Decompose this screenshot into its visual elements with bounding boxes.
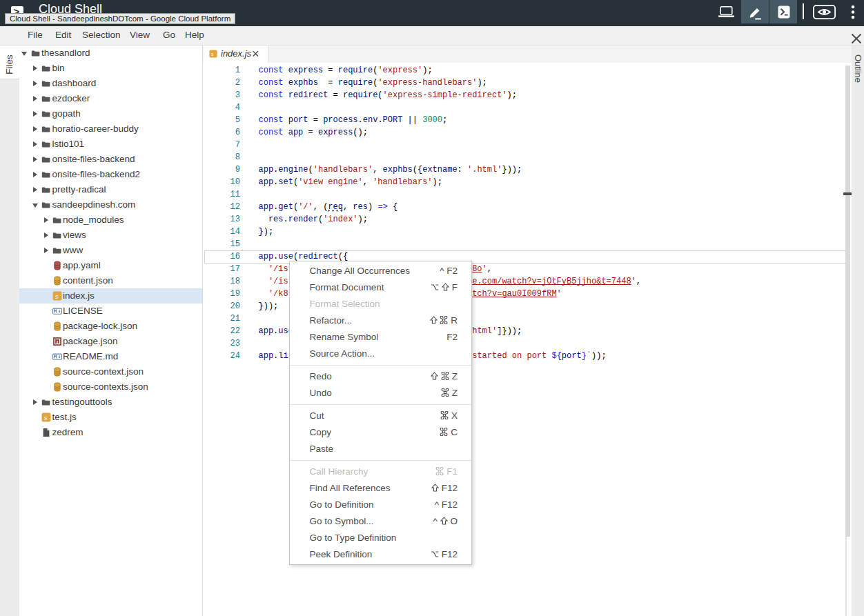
svg-text:s: s xyxy=(55,293,59,300)
svg-text:s: s xyxy=(44,415,48,421)
svg-text:s: s xyxy=(211,52,214,57)
